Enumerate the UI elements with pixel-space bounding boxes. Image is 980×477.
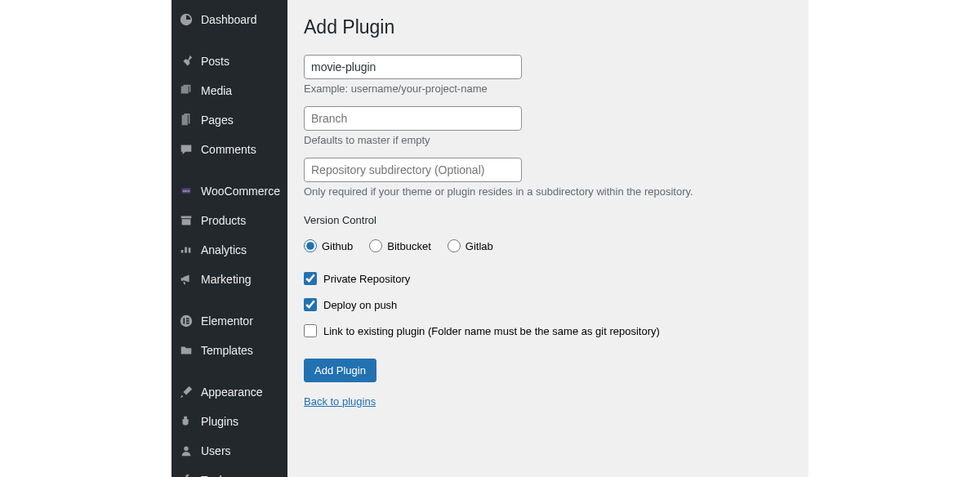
repo-help-text: Example: username/your-project-name	[304, 82, 792, 95]
chart-bar-icon	[178, 242, 194, 258]
sidebar-label: Posts	[201, 55, 229, 68]
radio-github[interactable]	[304, 239, 317, 252]
radio-label: Gitlab	[466, 240, 493, 252]
elementor-icon	[178, 313, 194, 329]
user-icon	[178, 443, 194, 459]
repository-input[interactable]	[304, 55, 522, 79]
sidebar-item-products[interactable]: Products	[172, 206, 287, 235]
private-repo-label[interactable]: Private Repository	[323, 273, 410, 285]
sidebar-label: Pages	[201, 114, 234, 127]
subdirectory-input[interactable]	[304, 158, 522, 182]
sidebar-item-analytics[interactable]: Analytics	[172, 235, 287, 265]
vc-bitbucket[interactable]: Bitbucket	[369, 239, 430, 252]
branch-input[interactable]	[304, 106, 522, 131]
radio-label: Github	[322, 240, 353, 252]
pin-icon	[178, 53, 194, 69]
sidebar-item-elementor[interactable]: Elementor	[172, 306, 287, 336]
sidebar-label: Plugins	[201, 415, 238, 428]
vc-github[interactable]: Github	[304, 239, 353, 252]
megaphone-icon	[178, 271, 194, 288]
svg-rect-6	[186, 323, 189, 324]
svg-rect-3	[183, 318, 185, 323]
sidebar-label: Tools	[201, 474, 228, 477]
folder-icon	[178, 342, 194, 359]
version-control-label: Version Control	[304, 214, 792, 226]
pages-icon	[178, 112, 194, 128]
sidebar-label: Templates	[201, 344, 253, 357]
radio-bitbucket[interactable]	[369, 239, 382, 252]
sidebar-label: Dashboard	[201, 13, 257, 26]
sidebar-item-users[interactable]: Users	[172, 436, 287, 466]
subdir-help-text: Only required if your theme or plugin re…	[304, 185, 792, 198]
checkbox-link-existing[interactable]	[304, 324, 317, 337]
plugin-icon	[178, 413, 194, 430]
back-to-plugins-link[interactable]: Back to plugins	[304, 395, 376, 408]
woocommerce-icon: woo	[178, 183, 194, 199]
sidebar-item-posts[interactable]: Posts	[172, 47, 287, 76]
checkbox-deploy-push[interactable]	[304, 298, 317, 311]
main-content: Add Plugin Example: username/your-projec…	[287, 0, 808, 477]
sidebar-label: WooCommerce	[201, 185, 280, 198]
sidebar-label: Media	[201, 84, 232, 97]
sidebar-item-templates[interactable]: Templates	[172, 336, 287, 365]
sidebar-label: Appearance	[201, 386, 263, 399]
media-icon	[178, 82, 194, 99]
svg-rect-5	[186, 320, 189, 322]
link-existing-label[interactable]: Link to existing plugin (Folder name mus…	[323, 325, 660, 337]
admin-sidebar: Dashboard Posts Media Pages Comments woo…	[172, 0, 287, 477]
sidebar-item-media[interactable]: Media	[172, 76, 287, 105]
archive-icon	[178, 212, 194, 229]
page-title: Add Plugin	[304, 16, 792, 38]
version-control-options: Github Bitbucket Gitlab	[304, 239, 792, 252]
sidebar-item-dashboard[interactable]: Dashboard	[172, 5, 287, 34]
sidebar-item-marketing[interactable]: Marketing	[172, 265, 287, 294]
add-plugin-button[interactable]: Add Plugin	[304, 359, 376, 382]
sidebar-label: Products	[201, 214, 246, 227]
checkbox-private-repo[interactable]	[304, 272, 317, 285]
svg-rect-4	[186, 318, 189, 319]
sidebar-item-plugins[interactable]: Plugins	[172, 407, 287, 436]
radio-label: Bitbucket	[387, 240, 430, 252]
radio-gitlab[interactable]	[448, 239, 461, 252]
sidebar-label: Users	[201, 444, 231, 457]
svg-point-7	[184, 447, 188, 451]
sidebar-item-comments[interactable]: Comments	[172, 135, 287, 164]
dashboard-icon	[178, 11, 194, 28]
comment-icon	[178, 141, 194, 158]
sidebar-item-appearance[interactable]: Appearance	[172, 377, 287, 407]
svg-text:woo: woo	[182, 189, 190, 193]
branch-help-text: Defaults to master if empty	[304, 134, 792, 146]
sidebar-label: Elementor	[201, 314, 253, 328]
wrench-icon	[178, 472, 194, 477]
brush-icon	[178, 384, 194, 400]
sidebar-label: Comments	[201, 143, 256, 156]
sidebar-item-woocommerce[interactable]: woo WooCommerce	[172, 176, 287, 206]
vc-gitlab[interactable]: Gitlab	[448, 239, 493, 252]
sidebar-item-pages[interactable]: Pages	[172, 105, 287, 135]
sidebar-label: Marketing	[201, 273, 251, 286]
sidebar-label: Analytics	[201, 243, 247, 256]
deploy-push-label[interactable]: Deploy on push	[323, 299, 397, 311]
sidebar-item-tools[interactable]: Tools	[172, 466, 287, 477]
